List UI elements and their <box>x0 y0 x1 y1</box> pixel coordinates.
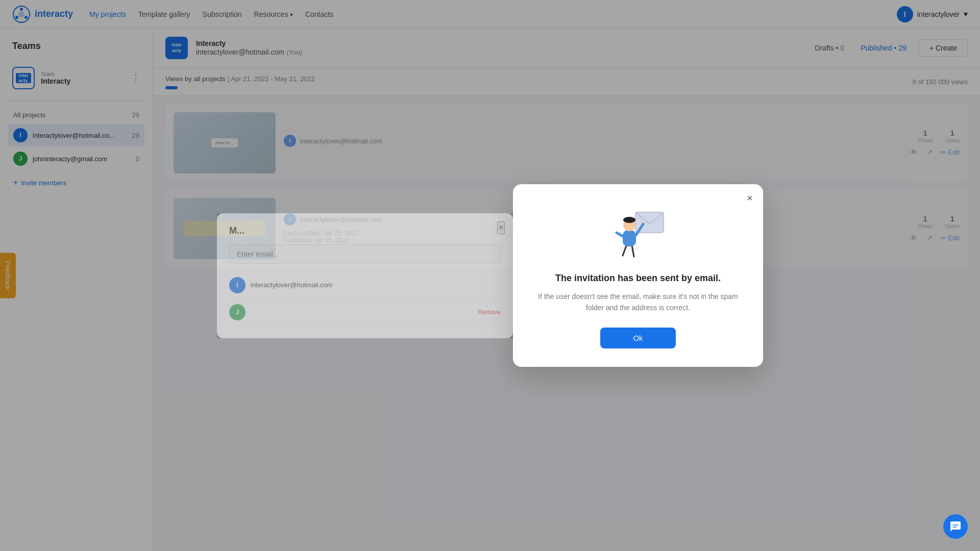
member-avatar-modal-1: J <box>229 304 246 320</box>
bg-modal: M... × I interactylover@hotmail.com J Re… <box>217 213 513 338</box>
bg-modal-member-1: J Remove <box>229 299 501 326</box>
svg-line-13 <box>617 233 623 236</box>
bg-modal-input[interactable] <box>229 244 501 264</box>
dialog-subtitle: If the user doesn't see the email, make … <box>537 291 739 314</box>
svg-point-11 <box>623 217 635 223</box>
bg-modal-title: M... <box>229 226 501 236</box>
dialog-close-btn[interactable]: × <box>747 192 753 204</box>
chat-icon <box>949 520 962 533</box>
svg-rect-9 <box>623 230 636 246</box>
dialog-ok-btn[interactable]: Ok <box>600 328 675 348</box>
bg-modal-member-0: I interactylover@hotmail.com <box>229 272 501 299</box>
member-remove-btn-1[interactable]: Remove <box>478 309 501 316</box>
chat-button[interactable] <box>943 514 968 539</box>
main-dialog: × T <box>513 184 763 367</box>
member-email-0: interactylover@hotmail.com <box>251 281 501 289</box>
member-avatar-modal-0: I <box>229 277 246 293</box>
dialog-illustration <box>607 205 669 261</box>
bg-modal-close-btn[interactable]: × <box>497 221 505 234</box>
dialog-title: The invitation has been sent by email. <box>537 273 739 284</box>
overlay: M... × I interactylover@hotmail.com J Re… <box>0 0 980 551</box>
